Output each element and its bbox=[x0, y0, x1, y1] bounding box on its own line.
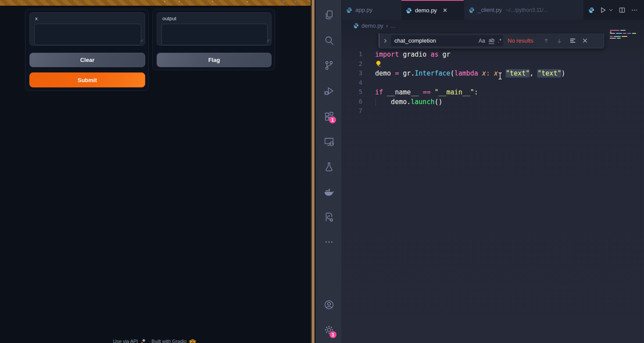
python-file-icon bbox=[469, 7, 475, 13]
breadcrumb-file[interactable]: demo.py bbox=[361, 22, 383, 29]
input-textarea[interactable] bbox=[34, 24, 141, 45]
toolbar-speck bbox=[212, 1, 213, 2]
tab-demo-py[interactable]: demo.py ✕ bbox=[401, 0, 464, 20]
remote-explorer-icon[interactable] bbox=[323, 136, 335, 148]
flag-button[interactable]: Flag bbox=[157, 53, 272, 67]
indent-guide bbox=[376, 98, 376, 106]
code-line: 4 bbox=[341, 78, 644, 88]
flag-button-label: Flag bbox=[208, 57, 220, 63]
submit-button[interactable]: Submit bbox=[29, 72, 145, 87]
input-form-group: x bbox=[29, 12, 145, 46]
find-input-wrap: Aa ab .* bbox=[391, 35, 503, 46]
tab-app-py[interactable]: app.py bbox=[341, 0, 401, 20]
whole-word-toggle[interactable]: ab bbox=[489, 37, 494, 44]
clear-button-label: Clear bbox=[80, 57, 95, 63]
toolbar-speck bbox=[179, 1, 180, 2]
code-text: demo = gr.Interface(lambda x: x, "text",… bbox=[375, 69, 565, 79]
resize-handle-icon[interactable] bbox=[140, 36, 143, 44]
match-case-toggle[interactable]: Aa bbox=[479, 38, 485, 44]
find-in-selection-icon[interactable] bbox=[569, 37, 576, 44]
find-input[interactable] bbox=[391, 37, 460, 44]
browser-theme-strip bbox=[0, 0, 311, 6]
line-number: 4 bbox=[341, 78, 362, 88]
python-file-icon bbox=[346, 7, 352, 13]
run-and-debug-icon[interactable] bbox=[323, 85, 335, 97]
toolbar-speck bbox=[164, 1, 165, 2]
tab-label: _client.py bbox=[478, 7, 502, 13]
tab-label: app.py bbox=[355, 7, 372, 13]
code-line: 2 bbox=[341, 59, 644, 69]
find-collapse-chevron-icon[interactable] bbox=[379, 38, 391, 43]
code-line: 7 bbox=[341, 106, 644, 116]
use-via-api-link[interactable]: Use via API bbox=[113, 339, 138, 343]
breadcrumb: demo.py › ... bbox=[341, 20, 395, 31]
input-column-panel: x Clear Submit bbox=[25, 9, 149, 91]
toolbar-speck bbox=[295, 1, 296, 2]
source-control-icon[interactable] bbox=[323, 60, 335, 71]
output-textarea[interactable] bbox=[161, 24, 268, 45]
tab-close-icon[interactable]: ✕ bbox=[443, 7, 447, 14]
more-views-icon[interactable] bbox=[323, 236, 335, 248]
explorer-icon[interactable] bbox=[323, 9, 335, 21]
line-number: 3 bbox=[341, 69, 362, 78]
accounts-icon[interactable] bbox=[323, 299, 335, 311]
close-find-icon[interactable] bbox=[582, 38, 588, 43]
line-number: 5 bbox=[341, 87, 362, 97]
breadcrumb-more[interactable]: ... bbox=[390, 22, 395, 29]
docker-icon[interactable] bbox=[323, 187, 335, 198]
editor-actions bbox=[583, 0, 644, 20]
python-file-icon bbox=[406, 7, 412, 14]
code-text: demo.launch() bbox=[375, 97, 443, 107]
testing-beaker-icon[interactable] bbox=[323, 161, 335, 173]
footer-separator: · bbox=[149, 339, 150, 343]
desktop-gap bbox=[311, 0, 315, 343]
line-number: 7 bbox=[341, 106, 362, 116]
next-match-icon[interactable] bbox=[556, 38, 562, 44]
minimap[interactable] bbox=[610, 30, 637, 40]
vscode-window: 1 1 app.py demo.py ✕ bbox=[315, 0, 644, 343]
python-file-icon bbox=[353, 23, 359, 29]
extensions-badge: 1 bbox=[329, 116, 336, 123]
tab-label: demo.py bbox=[415, 7, 437, 14]
rocket-icon bbox=[140, 339, 146, 343]
gradio-app-window: x Clear Submit output Flag Use via API · bbox=[0, 0, 311, 343]
output-label: output bbox=[162, 16, 176, 21]
find-results-status: No results bbox=[508, 37, 533, 44]
code-line: 1import gradio as gr bbox=[341, 50, 644, 59]
input-label: x bbox=[35, 16, 38, 21]
cmake-tools-icon[interactable] bbox=[323, 212, 335, 223]
submit-button-label: Submit bbox=[78, 77, 97, 83]
code-text: import gradio as gr bbox=[375, 50, 451, 60]
output-column-panel: output Flag bbox=[152, 9, 275, 70]
resize-handle-icon[interactable] bbox=[266, 36, 270, 44]
line-number: 6 bbox=[341, 97, 362, 107]
gradio-footer: Use via API · Built with Gradio bbox=[0, 338, 311, 343]
more-actions-icon[interactable] bbox=[631, 7, 638, 14]
code-text: if __name__ == "__main__": bbox=[375, 88, 478, 97]
code-line: 3demo = gr.Interface(lambda x: x, "text"… bbox=[341, 69, 644, 78]
code-line: 6 demo.launch() bbox=[341, 97, 644, 107]
tab-client-py[interactable]: _client.py ~/.../python3.11/... bbox=[464, 0, 564, 20]
gradio-logo-icon bbox=[189, 339, 196, 343]
run-python-file-icon[interactable] bbox=[600, 7, 607, 14]
code-lines: 1import gradio as gr23demo = gr.Interfac… bbox=[341, 50, 644, 116]
find-widget: Aa ab .* No results bbox=[379, 33, 604, 48]
split-editor-icon[interactable] bbox=[619, 7, 626, 14]
search-icon[interactable] bbox=[323, 35, 335, 46]
settings-badge: 1 bbox=[329, 331, 336, 338]
toolbar-speck bbox=[247, 1, 248, 2]
editor-surface[interactable]: demo.py › ... Aa ab .* No results bbox=[341, 20, 644, 343]
output-form-group: output bbox=[157, 12, 272, 46]
regex-toggle[interactable]: .* bbox=[498, 38, 501, 44]
breadcrumb-separator: › bbox=[386, 22, 388, 29]
previous-match-icon[interactable] bbox=[543, 38, 549, 44]
activity-bar: 1 1 bbox=[315, 0, 341, 343]
toolbar-speck bbox=[283, 1, 284, 2]
line-number: 2 bbox=[341, 59, 362, 69]
run-dropdown-chevron-icon[interactable] bbox=[608, 7, 613, 12]
minimap-edge bbox=[641, 20, 641, 343]
find-options: Aa ab .* bbox=[479, 37, 501, 44]
python-interpreter-icon[interactable] bbox=[588, 7, 594, 13]
built-with-gradio-link[interactable]: Built with Gradio bbox=[151, 339, 186, 343]
clear-button[interactable]: Clear bbox=[29, 53, 145, 67]
